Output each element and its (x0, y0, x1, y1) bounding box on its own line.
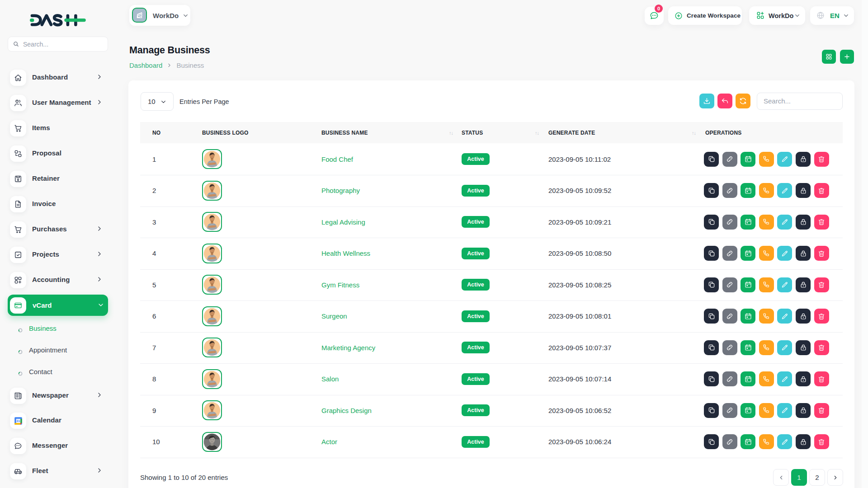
svg-text:31: 31 (16, 419, 20, 423)
